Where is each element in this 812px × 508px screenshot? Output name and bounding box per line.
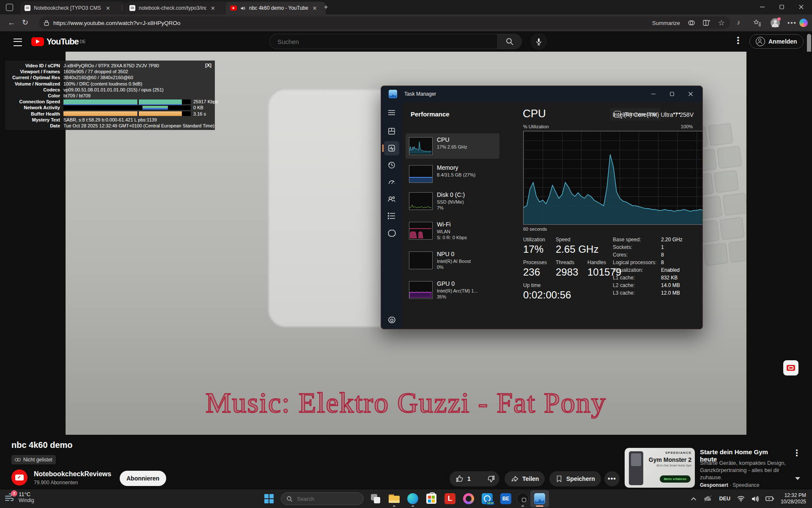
- voice-search-button[interactable]: [530, 33, 547, 50]
- browser-tab-2[interactable]: notebook-check.com/typo3/inde... ✕: [125, 2, 231, 14]
- detail-label: Base speed:: [613, 237, 641, 243]
- ad-menu-icon[interactable]: •••: [793, 449, 801, 457]
- tm-nav-startup-apps-icon[interactable]: [384, 175, 399, 189]
- youtube-menu-icon[interactable]: [14, 39, 22, 46]
- tm-close-button[interactable]: [682, 88, 699, 99]
- tm-nav-app-history-icon[interactable]: [384, 158, 399, 172]
- tray-chevron-icon[interactable]: [691, 497, 697, 501]
- task-manager-titlebar[interactable]: Task Manager: [381, 86, 702, 102]
- running-indicator: [393, 505, 395, 507]
- edge-icon[interactable]: [404, 490, 421, 507]
- ad-thumbnail[interactable]: SPEEDIANCE Gym Monster 2 All-In-One Smar…: [625, 448, 695, 488]
- new-tab-button[interactable]: +: [324, 3, 328, 11]
- tm-nav-users-icon[interactable]: [384, 192, 399, 206]
- tm-nav-performance-icon[interactable]: [384, 141, 399, 155]
- tm-maximize-button[interactable]: [664, 88, 680, 99]
- file-explorer-icon[interactable]: [386, 490, 403, 507]
- collapse-chevron-icon[interactable]: [795, 477, 800, 480]
- summarize-label[interactable]: Summarize: [652, 20, 680, 26]
- perf-item-disk[interactable]: Disk 0 (C:) SSD (NVMe) 7%: [406, 188, 499, 216]
- be-app-icon[interactable]: BE: [497, 490, 514, 507]
- tm-nav-processes-icon[interactable]: [384, 124, 399, 138]
- dark-circle-app-icon[interactable]: [514, 490, 531, 507]
- detail-label: L3 cache:: [613, 290, 635, 296]
- clock[interactable]: 12:32 PM 10/28/2025: [781, 492, 806, 505]
- perf-item-cpu[interactable]: CPU 17% 2.65 GHz: [406, 133, 499, 159]
- tm-settings-icon[interactable]: [384, 313, 399, 327]
- save-button[interactable]: Speichern: [549, 471, 601, 486]
- signin-button[interactable]: Anmelden: [749, 34, 804, 49]
- stats-label: Date: [5, 123, 60, 128]
- youtube-more-icon[interactable]: •••: [734, 36, 742, 45]
- perf-item-memory[interactable]: Memory 8.4/31.5 GB (27%): [406, 161, 499, 187]
- refresh-button[interactable]: ↻: [22, 19, 28, 26]
- language-indicator[interactable]: DEU: [719, 496, 730, 502]
- perf-sub: 7%: [437, 205, 496, 211]
- tab-close-icon[interactable]: ✕: [211, 6, 215, 11]
- outlook-icon[interactable]: NEW: [479, 490, 496, 507]
- task-manager-taskbar-icon[interactable]: [530, 490, 549, 507]
- tm-nav-menu-icon[interactable]: [384, 105, 399, 120]
- wifi-icon[interactable]: [737, 496, 745, 502]
- subscribe-button[interactable]: Abonnieren: [120, 471, 166, 486]
- browser-tab-active[interactable]: nbc 4k60 demo - YouTube ✕: [226, 2, 326, 14]
- dislike-button[interactable]: [483, 471, 501, 486]
- perf-item-gpu[interactable]: GPU 0 Intel(R) Arc(TM) 1... 35%: [406, 277, 499, 305]
- weather-widget[interactable]: 2 11°C Windig: [4, 491, 34, 503]
- back-button[interactable]: ←: [8, 19, 15, 26]
- media-controls-icon[interactable]: ♪: [737, 19, 740, 26]
- detail-label: Sockets:: [613, 244, 632, 250]
- window-minimize-button[interactable]: [753, 0, 771, 14]
- tm-nav-details-icon[interactable]: [384, 209, 399, 223]
- share-button[interactable]: Teilen: [505, 471, 545, 486]
- ad-cta-button[interactable]: Mehr erfahren: [660, 475, 691, 483]
- youtube-search-button[interactable]: [497, 34, 522, 49]
- stat-value: 2.65 GHz: [556, 243, 598, 255]
- youtube-search-box[interactable]: [269, 34, 497, 49]
- l-app-icon[interactable]: L: [442, 490, 458, 507]
- tab-close-icon[interactable]: ✕: [313, 6, 317, 11]
- perf-name: NPU 0: [437, 251, 496, 257]
- knot-app-icon[interactable]: [460, 490, 477, 507]
- browser-profile-avatar[interactable]: [771, 18, 780, 28]
- battery-icon[interactable]: [765, 496, 774, 501]
- favorite-star-icon[interactable]: ☆: [718, 19, 725, 27]
- stat-label: Handles: [587, 260, 606, 265]
- taskbar-search-box[interactable]: [281, 492, 364, 505]
- summarize-icon[interactable]: [688, 19, 695, 27]
- channel-avatar[interactable]: [11, 469, 27, 486]
- stats-close-button[interactable]: [X]: [205, 63, 211, 68]
- task-view-button[interactable]: [367, 490, 384, 507]
- tm-minimize-button[interactable]: [645, 88, 662, 99]
- start-button[interactable]: [261, 490, 277, 507]
- address-bar[interactable]: https://www.youtube.com/watch?v=J-x8HPyQ…: [39, 17, 730, 29]
- window-close-button[interactable]: [792, 0, 810, 14]
- taskbar-search-input[interactable]: [296, 495, 348, 502]
- collections-icon[interactable]: [754, 19, 761, 27]
- browser-menu-icon[interactable]: •••: [787, 19, 797, 26]
- microsoft-store-icon[interactable]: [423, 490, 440, 507]
- onedrive-icon[interactable]: [703, 495, 713, 502]
- wind-icon: 2: [4, 492, 15, 503]
- window-maximize-button[interactable]: [772, 0, 791, 14]
- tm-nav-services-icon[interactable]: [384, 226, 399, 240]
- youtube-favicon-icon: [230, 6, 237, 11]
- floating-ad-badge[interactable]: [783, 360, 798, 375]
- video-more-button[interactable]: •••: [604, 471, 620, 486]
- tab-actions-icon[interactable]: [6, 4, 13, 11]
- cpu-mini-graph: [409, 137, 433, 155]
- speaker-icon[interactable]: [752, 496, 759, 502]
- perf-item-npu[interactable]: NPU 0 Intel(R) AI Boost 0%: [406, 248, 499, 276]
- split-screen-icon[interactable]: [703, 19, 710, 27]
- channel-name[interactable]: NotebookcheckReviews: [34, 470, 111, 478]
- link-icon: [15, 458, 21, 461]
- copilot-icon[interactable]: [799, 19, 808, 27]
- youtube-search-input[interactable]: [277, 38, 491, 46]
- perf-item-wifi[interactable]: Wi-Fi WLAN S: 0 R: 0 Kbps: [406, 218, 499, 246]
- like-button[interactable]: 1: [450, 471, 476, 486]
- tab-close-icon[interactable]: ✕: [106, 6, 110, 11]
- youtube-logo[interactable]: YouTube DE: [31, 37, 85, 47]
- browser-toolbar: ← ↻ https://www.youtube.com/watch?v=J-x8…: [0, 14, 812, 31]
- search-icon: [286, 496, 293, 502]
- browser-tab-1[interactable]: Notebookcheck [TYPO3 CMS 7.6... ✕: [20, 2, 126, 14]
